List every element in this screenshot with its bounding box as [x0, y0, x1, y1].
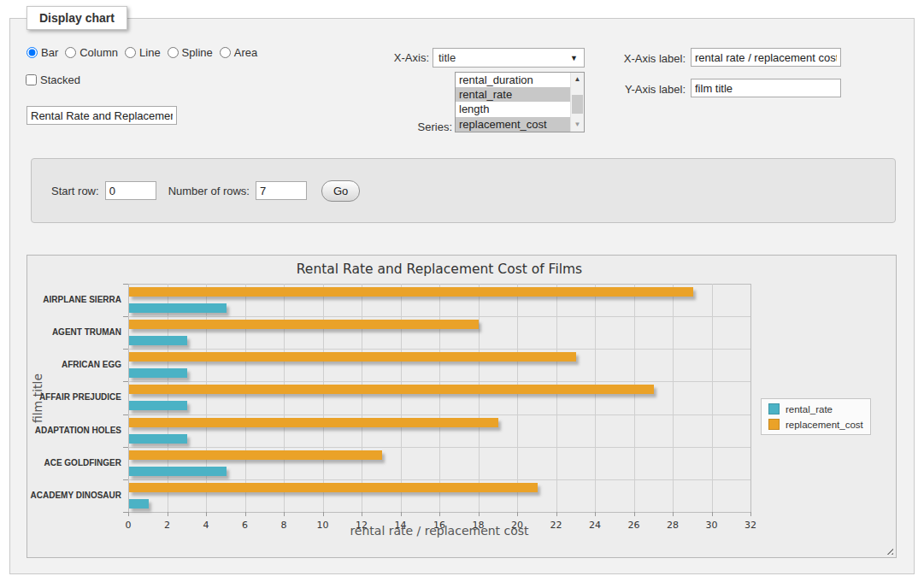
legend-swatch-replacement_cost: [768, 419, 780, 430]
chart-panel: Rental Rate and Replacement Cost of Film…: [26, 255, 897, 558]
gridline-vertical: [712, 284, 713, 512]
x-axis-tick: [128, 512, 129, 516]
gridline-vertical: [284, 284, 285, 512]
category-label: ACADEMY DINOSAUR: [31, 491, 122, 500]
bar-replacement_cost: [129, 352, 576, 362]
chart-type-radio-bar[interactable]: [26, 47, 38, 58]
chart-type-label-area[interactable]: Area: [234, 46, 257, 59]
chart-type-label-column[interactable]: Column: [79, 46, 118, 59]
bar-rental_rate: [129, 303, 227, 313]
x-axis-select-label: X-Axis:: [344, 50, 429, 67]
fieldset-legend: Display chart: [26, 6, 127, 30]
stacked-option[interactable]: Stacked: [26, 73, 80, 86]
y-axis-tick: [123, 316, 128, 317]
scroll-up-icon[interactable]: ▲: [571, 73, 584, 85]
series-option-replacement_cost[interactable]: replacement_cost: [456, 117, 584, 132]
chart-type-area[interactable]: Area: [220, 46, 257, 59]
x-axis-tick-label: 24: [578, 520, 612, 531]
x-axis-tick-label: 26: [617, 520, 651, 531]
x-axis-tick: [323, 512, 324, 516]
bar-replacement_cost: [129, 320, 479, 329]
gridline-vertical: [634, 284, 635, 512]
chart-title-input[interactable]: [26, 106, 177, 125]
gridline-vertical: [245, 284, 246, 512]
page: { "form": { "legend": "Display chart", "…: [0, 0, 924, 582]
chart-type-spline[interactable]: Spline: [168, 46, 213, 59]
x-axis-selected-value: title: [438, 51, 456, 64]
chart-type-radio-area[interactable]: [220, 47, 231, 58]
gridline-vertical: [595, 284, 596, 512]
gridline-horizontal: [128, 447, 750, 448]
x-axis-tick: [517, 512, 518, 516]
stacked-checkbox[interactable]: [26, 74, 37, 85]
x-axis-tick-label: 14: [384, 520, 418, 531]
x-axis-tick: [673, 512, 674, 516]
gridline-horizontal: [128, 316, 750, 317]
bar-rental_rate: [129, 499, 149, 509]
listbox-scrollbar[interactable]: ▲ ▼: [570, 73, 584, 132]
y-axis-label-field-label: Y-Axis label:: [600, 81, 686, 98]
x-axis-tick-label: 0: [111, 520, 145, 531]
x-axis-tick-label: 28: [656, 520, 690, 531]
x-axis-label-input[interactable]: [691, 48, 841, 67]
legend-label: replacement_cost: [786, 420, 863, 430]
gridline-vertical: [517, 284, 518, 512]
bar-rental_rate: [129, 336, 187, 345]
chart-type-bar[interactable]: Bar: [26, 46, 58, 59]
category-label: ADAPTATION HOLES: [35, 426, 121, 435]
legend-item-replacement_cost: replacement_cost: [768, 419, 863, 430]
series-multiselect[interactable]: rental_durationrental_ratelengthreplacem…: [455, 72, 585, 132]
chart-type-line[interactable]: Line: [125, 46, 161, 59]
chart-type-column[interactable]: Column: [65, 46, 118, 59]
chart-type-label-spline[interactable]: Spline: [182, 46, 213, 59]
bar-rental_rate: [129, 401, 187, 410]
chart-title: Rental Rate and Replacement Cost of Film…: [128, 262, 750, 277]
go-button[interactable]: Go: [321, 180, 360, 202]
scroll-down-icon[interactable]: ▼: [571, 119, 584, 131]
x-axis-tick-label: 22: [539, 520, 574, 531]
chart-type-radio-column[interactable]: [65, 47, 76, 58]
x-axis-tick: [439, 512, 440, 516]
x-axis-tick-label: 20: [500, 520, 534, 531]
bar-rental_rate: [129, 434, 187, 444]
chart-type-radio-spline[interactable]: [168, 47, 179, 58]
gridline-horizontal: [128, 349, 750, 350]
x-axis-tick: [362, 512, 362, 516]
y-axis-tick: [123, 512, 128, 513]
series-option-list: rental_durationrental_ratelengthreplacem…: [456, 73, 584, 132]
start-row-input[interactable]: [105, 181, 156, 200]
category-label: AGENT TRUMAN: [52, 327, 121, 337]
gridline-vertical: [323, 284, 324, 512]
chart-type-radio-line[interactable]: [125, 47, 136, 58]
gridline-horizontal: [128, 414, 750, 415]
y-axis-tick: [123, 284, 128, 285]
series-option-rental_duration[interactable]: rental_duration: [456, 73, 584, 87]
stacked-label[interactable]: Stacked: [40, 73, 80, 86]
bar-replacement_cost: [129, 287, 693, 297]
bar-replacement_cost: [129, 418, 498, 427]
gridline-horizontal: [128, 479, 750, 480]
x-axis-tick-label: 2: [150, 520, 185, 531]
x-axis-tick-label: 4: [189, 520, 223, 531]
resize-handle-icon[interactable]: [884, 545, 893, 555]
scrollbar-thumb[interactable]: [572, 95, 583, 114]
y-axis-label-input[interactable]: [691, 79, 841, 97]
chart-type-label-bar[interactable]: Bar: [41, 46, 58, 59]
series-option-length[interactable]: length: [456, 102, 584, 116]
y-axis-tick: [123, 414, 128, 415]
x-axis-tick-label: 6: [228, 520, 262, 531]
series-option-rental_rate[interactable]: rental_rate: [456, 87, 584, 102]
bar-replacement_cost: [129, 385, 654, 394]
x-axis-tick-label: 16: [422, 520, 456, 531]
chart-type-label-line[interactable]: Line: [139, 46, 161, 59]
gridline-vertical: [556, 284, 557, 512]
gridline-vertical: [206, 284, 207, 512]
x-axis-tick-label: 8: [267, 520, 301, 531]
legend-swatch-rental_rate: [768, 403, 780, 414]
x-axis-select[interactable]: title ▼: [433, 48, 585, 68]
legend-label: rental_rate: [786, 404, 833, 414]
legend-item-rental_rate: rental_rate: [768, 403, 863, 414]
x-axis-tick: [479, 512, 480, 516]
x-axis-tick-label: 12: [344, 520, 379, 531]
number-of-rows-input[interactable]: [256, 181, 307, 200]
